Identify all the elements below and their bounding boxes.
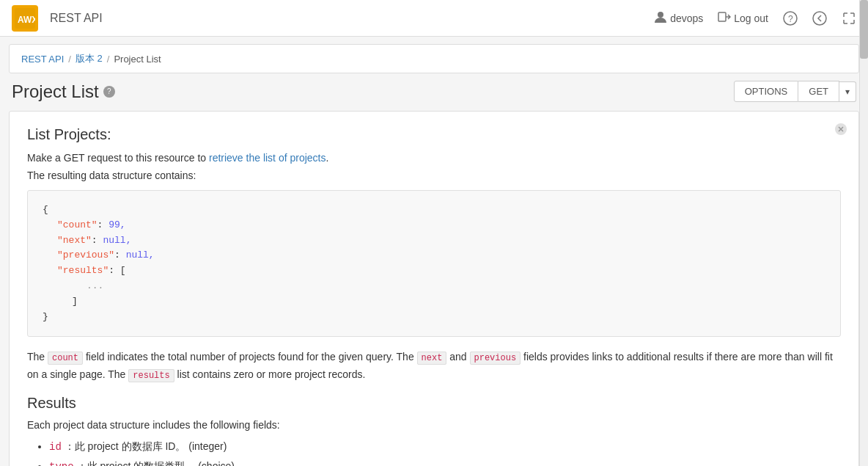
get-button[interactable]: GET <box>798 81 839 102</box>
field-id-desc: ：此 project 的数据库 ID。 <box>65 440 186 452</box>
logout-button[interactable]: Log out <box>718 10 768 26</box>
code-close-brace: } <box>43 311 48 322</box>
breadcrumb: REST API / 版本 2 / Project List <box>9 44 859 73</box>
breadcrumb-rest-api[interactable]: REST API <box>21 54 64 65</box>
section-title: List Projects: <box>27 126 841 143</box>
results-list: id ：此 project 的数据库 ID。 (integer) type ：此… <box>27 438 841 466</box>
logout-icon <box>718 10 731 26</box>
svg-rect-3 <box>718 12 726 21</box>
code-results-close: ] <box>72 296 78 307</box>
field-type-key: type <box>49 461 74 466</box>
code-previous-key: "previous" <box>57 250 114 261</box>
breadcrumb-sep-1: / <box>68 54 71 65</box>
username: devops <box>670 12 703 24</box>
inline-code-results: results <box>128 369 174 382</box>
field-id-type: (integer) <box>188 440 227 452</box>
code-previous-val: null, <box>126 250 155 261</box>
options-button[interactable]: OPTIONS <box>734 81 799 102</box>
scrollbar-track[interactable] <box>859 0 868 466</box>
header-nav: devops Log out ? <box>654 10 856 26</box>
svg-text:?: ? <box>788 14 793 24</box>
code-next-key: "next" <box>57 235 92 246</box>
user-icon <box>654 10 667 26</box>
description-line1: Make a GET request to this resource to r… <box>27 152 841 164</box>
list-item: id ：此 project 的数据库 ID。 (integer) <box>49 438 841 455</box>
svg-point-6 <box>813 12 826 25</box>
app-title: REST API <box>50 12 103 25</box>
inline-description: The count field indicates the total numb… <box>27 349 841 382</box>
inline-code-previous: previous <box>470 352 521 365</box>
content-card: List Projects: Make a GET request to thi… <box>9 111 859 466</box>
retrieve-link[interactable]: retrieve the list of projects <box>209 152 326 164</box>
title-buttons: OPTIONS GET ▾ <box>734 81 856 102</box>
code-ellipsis: ... <box>87 280 103 291</box>
code-results-open: [ <box>120 265 126 276</box>
inline-code-count: count <box>48 352 83 365</box>
code-next-val: null, <box>103 235 131 246</box>
results-title: Results <box>27 395 841 412</box>
inline-code-next: next <box>417 352 447 365</box>
code-open-brace: { <box>43 204 48 215</box>
field-type-type: (choice) <box>198 460 235 466</box>
field-type-desc: ：此 project 的数据类型。 <box>77 460 196 466</box>
breadcrumb-current: Project List <box>114 54 161 65</box>
description-line2: The resulting data structure contains: <box>27 170 841 181</box>
page-title-help-icon[interactable]: ? <box>103 86 115 98</box>
get-dropdown-button[interactable]: ▾ <box>839 81 856 102</box>
field-id-key: id <box>49 441 62 453</box>
breadcrumb-version[interactable]: 版本 2 <box>76 52 103 65</box>
scrollbar-thumb[interactable] <box>860 0 868 59</box>
page-title: Project List ? <box>12 81 115 102</box>
back-icon[interactable] <box>812 11 827 26</box>
code-count-key: "count" <box>57 219 98 230</box>
logo-icon: AWX <box>12 5 38 32</box>
breadcrumb-sep-2: / <box>107 54 110 65</box>
list-item: type ：此 project 的数据类型。 (choice) <box>49 458 841 466</box>
code-count-val: 99, <box>108 219 125 230</box>
svg-point-2 <box>658 12 663 18</box>
logout-label: Log out <box>734 12 768 24</box>
code-block: { "count": 99, "next": null, "previous":… <box>27 190 841 337</box>
user-menu[interactable]: devops <box>654 10 703 26</box>
page-title-area: Project List ? OPTIONS GET ▾ <box>9 81 859 102</box>
results-desc: Each project data structure includes the… <box>27 419 841 431</box>
logo-area: AWX REST API <box>12 5 103 32</box>
svg-text:AWX: AWX <box>18 15 35 25</box>
header: AWX REST API devops Log out <box>0 0 868 37</box>
page-title-text: Project List <box>12 81 99 102</box>
expand-icon[interactable] <box>842 11 856 26</box>
card-close-icon[interactable] <box>834 122 848 136</box>
code-results-key: "results" <box>57 265 108 276</box>
help-icon[interactable]: ? <box>783 11 798 26</box>
